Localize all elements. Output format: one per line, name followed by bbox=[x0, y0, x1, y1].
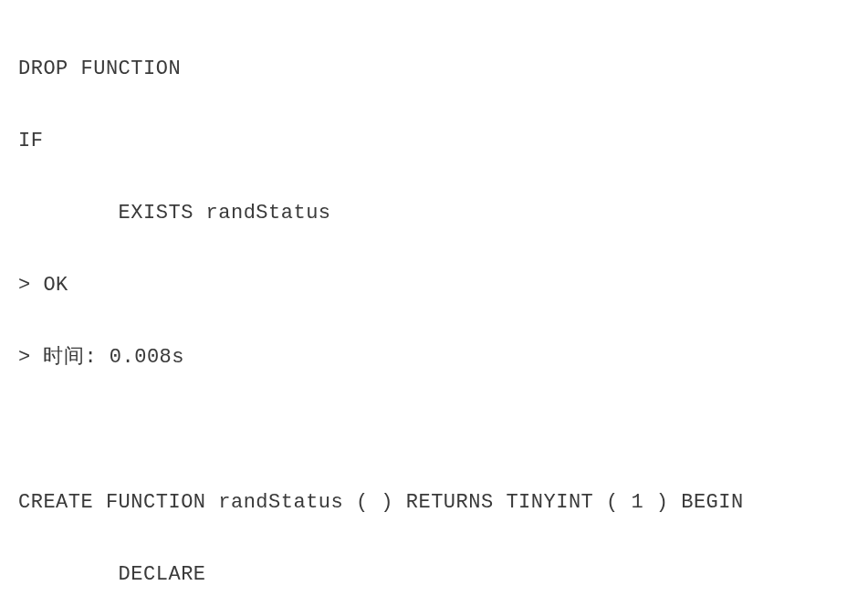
sql-code-output: DROP FUNCTION IF EXISTS randStatus > OK … bbox=[18, 15, 850, 596]
code-line: DROP FUNCTION bbox=[18, 51, 850, 88]
result-line: > OK bbox=[18, 267, 850, 304]
code-line: DECLARE bbox=[18, 557, 850, 593]
timing-line: > 时间: 0.008s bbox=[18, 340, 850, 376]
code-line: CREATE FUNCTION randStatus ( ) RETURNS T… bbox=[18, 485, 850, 521]
code-line: IF bbox=[18, 123, 850, 160]
code-line: EXISTS randStatus bbox=[18, 195, 850, 232]
